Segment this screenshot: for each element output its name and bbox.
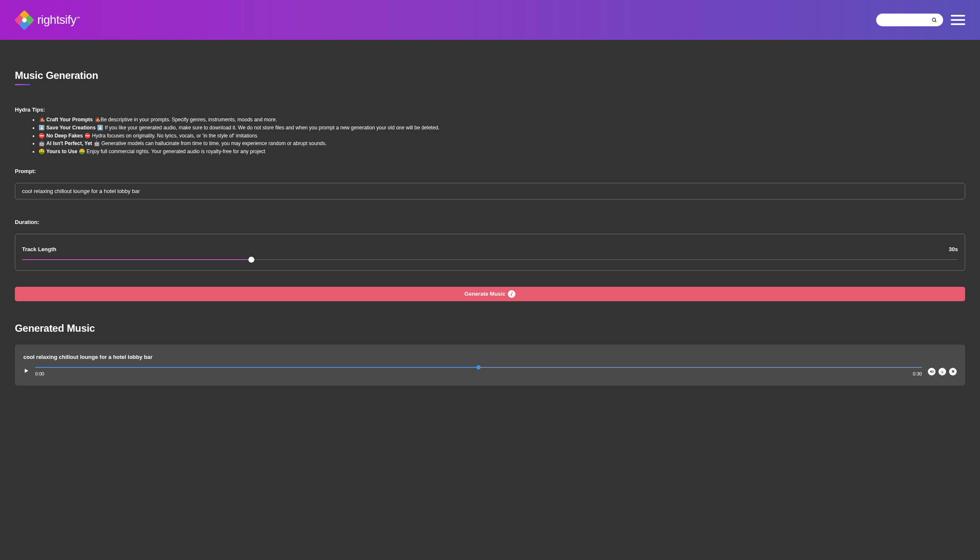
volume-icon (930, 370, 934, 374)
player-controls (928, 368, 957, 375)
player-track-title: cool relaxing chillout lounge for a hote… (23, 354, 957, 360)
header-right (876, 14, 965, 26)
volume-button[interactable] (928, 368, 935, 375)
track-length-label: Track Length (22, 246, 56, 252)
main-content: Music Generation Hydra Tips: 👩‍🎤 Craft Y… (0, 40, 980, 403)
generate-button[interactable]: Generate Music (15, 287, 965, 301)
svg-point-4 (22, 18, 27, 22)
player-card: cool relaxing chillout lounge for a hote… (15, 344, 965, 386)
tip-item: 🤑 Yours to Use 🤑 Enjoy full commercial r… (39, 148, 965, 155)
prompt-input[interactable] (15, 183, 965, 199)
tip-item: 👩‍🎤 Craft Your Prompts 👩‍🎤Be descriptive… (39, 116, 965, 123)
music-icon (508, 290, 515, 298)
page-title: Music Generation (15, 70, 965, 81)
prompt-label: Prompt: (15, 168, 965, 174)
progress-area: 0:00 0:30 (35, 367, 922, 376)
search-input[interactable] (876, 14, 943, 26)
logo-text: rightsify™ (37, 13, 80, 27)
tip-item: ⬇️ Save Your Creations ⬇️ If you like yo… (39, 124, 965, 132)
tips-heading: Hydra Tips: (15, 106, 965, 113)
tip-item: ⛔ No Deep Fakes ⛔ Hydra focuses on origi… (39, 132, 965, 140)
progress-slider[interactable] (35, 367, 922, 368)
title-underline (15, 84, 30, 85)
logo-icon (15, 11, 34, 30)
duration-slider[interactable] (22, 259, 958, 260)
generated-music-title: Generated Music (15, 322, 965, 334)
search-icon (932, 17, 937, 23)
tip-item: 🤖 AI Isn't Perfect, Yet 🤖 Generative mod… (39, 140, 965, 147)
download-icon (940, 370, 944, 374)
svg-line-6 (935, 21, 936, 22)
slider-thumb[interactable] (248, 257, 254, 263)
app-header: rightsify™ (0, 0, 980, 40)
duration-value: 30s (949, 246, 958, 252)
download-button[interactable] (938, 368, 946, 375)
tips-list: 👩‍🎤 Craft Your Prompts 👩‍🎤Be descriptive… (15, 116, 965, 155)
time-current: 0:00 (35, 371, 44, 376)
svg-point-5 (933, 18, 936, 21)
logo[interactable]: rightsify™ (15, 11, 80, 30)
progress-thumb[interactable] (476, 365, 481, 370)
time-total: 0:30 (913, 371, 922, 376)
duration-box: Track Length 30s (15, 234, 965, 271)
duration-label: Duration: (15, 219, 965, 225)
close-icon (951, 370, 955, 373)
play-icon (23, 368, 29, 374)
play-button[interactable] (23, 368, 29, 375)
close-button[interactable] (949, 368, 957, 375)
menu-button[interactable] (951, 15, 965, 25)
